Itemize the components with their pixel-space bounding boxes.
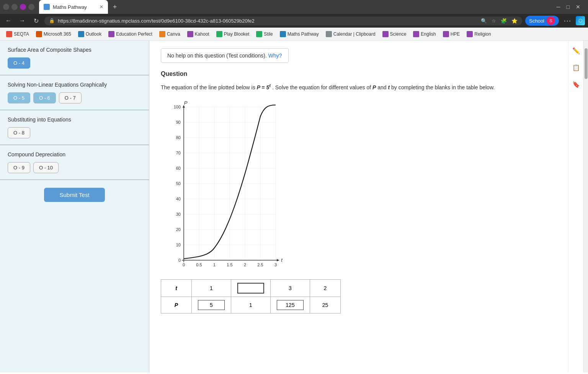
- bookmark-label: Kahoot: [195, 31, 209, 37]
- svg-text:10: 10: [176, 243, 181, 247]
- equation-display: P = 5t: [257, 84, 271, 90]
- section-title-nonlinear: Solving Non-Linear Equations Graphically: [8, 82, 141, 88]
- edit-icon[interactable]: ✏️: [571, 45, 581, 56]
- t-input-cell[interactable]: [231, 280, 271, 297]
- section-nonlinear: Solving Non-Linear Equations Graphically…: [0, 75, 149, 110]
- menu-dots-btn[interactable]: ⋯: [562, 16, 573, 25]
- submit-test-btn[interactable]: Submit Test: [44, 188, 105, 202]
- new-tab-btn[interactable]: +: [109, 2, 120, 12]
- section-substituting: Substituting into Equations O - 8: [0, 110, 149, 145]
- workspace-icon[interactable]: [3, 4, 9, 10]
- bookmark-ep[interactable]: Education Perfect: [105, 30, 155, 38]
- question-btn-o6[interactable]: O - 6: [33, 92, 56, 103]
- table-row-p: P 1 25: [161, 297, 341, 313]
- question-area: No help on this question (Test condition…: [149, 41, 568, 372]
- answer-table: t 1 3 2 P 1 25: [161, 279, 341, 313]
- seqta-icon: [6, 31, 12, 37]
- svg-text:50: 50: [176, 181, 181, 186]
- bookmark-label: Education Perfect: [116, 31, 152, 37]
- question-btn-o7[interactable]: O - 7: [59, 92, 82, 103]
- question-btn-o5[interactable]: O - 5: [8, 92, 30, 103]
- bookmark-canva[interactable]: Canva: [156, 30, 183, 38]
- main-scrollbar[interactable]: [583, 41, 588, 372]
- question-text-part2: . Solve the equation for different value…: [272, 84, 372, 90]
- section-title-substituting: Substituting into Equations: [8, 116, 141, 123]
- bookmark-label: SEQTA: [14, 31, 29, 37]
- p-val-1: 1: [231, 297, 271, 313]
- p-blank-input-2[interactable]: [277, 300, 304, 310]
- btn-group-nonlinear: O - 5 O - 6 O - 7: [8, 92, 141, 103]
- bookmark-outlook[interactable]: Outlook: [75, 30, 105, 38]
- bookmark-religion[interactable]: Religion: [464, 30, 494, 38]
- t-label-cell: t: [161, 280, 192, 297]
- bookmark-science[interactable]: Science: [379, 30, 410, 38]
- bookmark-hpe[interactable]: HPE: [440, 30, 463, 38]
- address-right-icons: 🔍 ☆ 🧩 ⭐: [481, 18, 518, 24]
- url-text: https://8ma6dinon-stignatius.mpclass.com…: [58, 18, 255, 24]
- bookmark-seqta[interactable]: SEQTA: [3, 30, 32, 38]
- section-title-compound: Compound Depreciation: [8, 151, 141, 157]
- p-input-cell-2[interactable]: [271, 297, 310, 313]
- tab-title: Maths Pathway: [53, 4, 87, 10]
- refresh-btn[interactable]: ↻: [31, 15, 41, 26]
- canva-icon: [159, 31, 165, 37]
- bookmark-label: Maths Pathway: [287, 31, 319, 37]
- svg-text:t: t: [281, 257, 283, 263]
- bookmark-icon[interactable]: 🔖: [571, 79, 581, 90]
- question-btn-o8[interactable]: O - 8: [8, 127, 30, 138]
- maximize-btn[interactable]: □: [567, 4, 570, 10]
- forward-btn[interactable]: →: [17, 15, 28, 26]
- svg-text:2.5: 2.5: [257, 262, 263, 267]
- extension-icon[interactable]: 🧩: [501, 18, 507, 24]
- p-blank-input-1[interactable]: [198, 300, 225, 310]
- question-btn-o9[interactable]: O - 9: [8, 162, 30, 173]
- collections-icon[interactable]: ⭐: [511, 18, 518, 24]
- right-sidebar: ✏️ 📋 🔖: [568, 41, 583, 372]
- bookmarks-bar: SEQTA Microsoft 365 Outlook Education Pe…: [0, 28, 588, 41]
- religion-icon: [467, 31, 473, 37]
- star-icon[interactable]: ☆: [492, 18, 496, 24]
- t-blank-input[interactable]: [237, 283, 264, 294]
- scroll-thumb[interactable]: [585, 48, 588, 79]
- back-btn[interactable]: ←: [3, 15, 14, 26]
- search-icon[interactable]: 🔍: [481, 18, 487, 24]
- copy-icon[interactable]: 📋: [571, 62, 581, 73]
- table-row-t: t 1 3 2: [161, 280, 341, 297]
- tab-icon-2[interactable]: [11, 4, 18, 10]
- mp-icon: [280, 31, 286, 37]
- help-text: No help on this question (Test condition…: [167, 52, 267, 59]
- science-icon: [382, 31, 389, 37]
- bookmark-mathspathway[interactable]: Maths Pathway: [277, 30, 322, 38]
- bookmark-stile[interactable]: Stile: [253, 30, 276, 38]
- close-btn[interactable]: ✕: [576, 4, 580, 10]
- tab-icon-4[interactable]: [28, 4, 34, 10]
- minimize-btn[interactable]: ─: [557, 4, 560, 10]
- section-compound: Compound Depreciation O - 9 O - 10: [0, 145, 149, 180]
- bookmark-m365[interactable]: Microsoft 365: [33, 30, 74, 38]
- lock-icon: 🔒: [49, 18, 55, 23]
- question-btn-o4[interactable]: O - 4: [8, 57, 30, 69]
- profile-btn[interactable]: School S: [525, 16, 559, 26]
- window-controls: ─ □ ✕: [557, 4, 585, 10]
- active-tab[interactable]: Maths Pathway ✕: [39, 0, 108, 14]
- bookmark-label: English: [421, 31, 436, 37]
- browser-chrome: Maths Pathway ✕ + ─ □ ✕ ← → ↻ 🔒 https://…: [0, 0, 588, 41]
- t-val-1: 1: [192, 280, 231, 297]
- left-sidebar: Surface Area of Composite Shapes O - 4 S…: [0, 41, 149, 372]
- main-content: Surface Area of Composite Shapes O - 4 S…: [0, 41, 588, 372]
- tab-close-btn[interactable]: ✕: [100, 4, 103, 10]
- bookmark-blooket[interactable]: Play Blooket: [213, 30, 253, 38]
- address-bar[interactable]: 🔒 https://8ma6dinon-stignatius.mpclass.c…: [44, 16, 522, 25]
- p-input-cell-1[interactable]: [192, 297, 231, 313]
- t-val-2: 2: [310, 280, 341, 297]
- svg-text:1: 1: [213, 262, 216, 267]
- help-why-link[interactable]: Why?: [268, 52, 282, 59]
- svg-text:80: 80: [176, 135, 181, 140]
- hpe-icon: [443, 31, 449, 37]
- question-btn-o10[interactable]: O - 10: [33, 162, 59, 173]
- calendar-icon: [326, 31, 332, 37]
- bookmark-kahoot[interactable]: Kahoot: [184, 30, 212, 38]
- tab-icon-3[interactable]: [20, 4, 26, 10]
- bookmark-calendar[interactable]: Calendar | Clipboard: [323, 30, 379, 38]
- bookmark-english[interactable]: English: [410, 30, 439, 38]
